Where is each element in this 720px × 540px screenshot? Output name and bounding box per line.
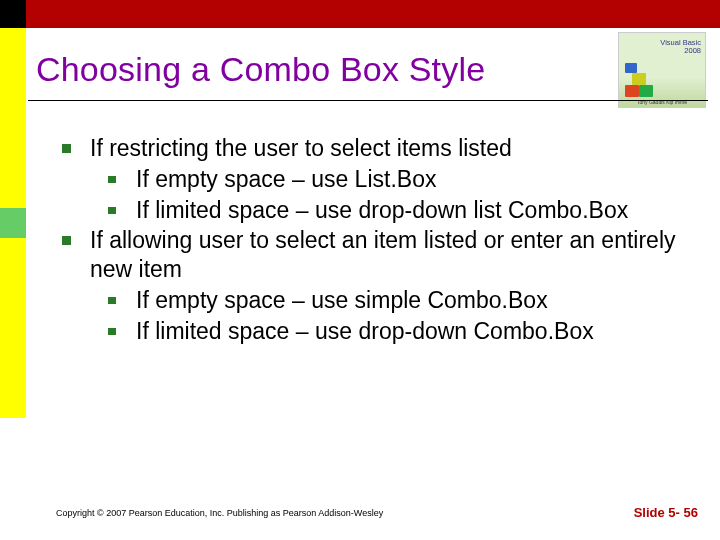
bullet-text: If empty space – use List.Box [136,166,436,192]
slide: Visual Basic 2008 Tony Gaddis Kip Irvine… [0,0,720,540]
slide-title: Choosing a Combo Box Style [36,50,485,89]
bullet-level1: If restricting the user to select items … [60,134,692,163]
book-cover-logo: Visual Basic 2008 Tony Gaddis Kip Irvine [618,32,706,108]
bullet-text: If restricting the user to select items … [90,135,512,161]
title-underline [28,100,708,101]
bullet-level2: If limited space – use drop-down list Co… [106,196,692,225]
bullet-text: If limited space – use drop-down list Co… [136,197,628,223]
bullet-level2: If limited space – use drop-down Combo.B… [106,317,692,346]
bullet-level2: If empty space – use simple Combo.Box [106,286,692,315]
bullet-level1: If allowing user to select an item liste… [60,226,692,284]
slide-number: Slide 5- 56 [634,505,698,520]
content-area: If restricting the user to select items … [60,134,692,347]
bullet-text: If limited space – use drop-down Combo.B… [136,318,594,344]
logo-text-line2: 2008 [660,47,701,55]
top-accent-bar [0,0,720,28]
copyright-text: Copyright © 2007 Pearson Education, Inc.… [56,508,383,518]
bullet-level2: If empty space – use List.Box [106,165,692,194]
blocks-icon [625,61,665,97]
top-corner-block [0,0,26,28]
bullet-text: If empty space – use simple Combo.Box [136,287,548,313]
bullet-text: If allowing user to select an item liste… [90,227,676,282]
left-accent-bar [0,28,26,418]
